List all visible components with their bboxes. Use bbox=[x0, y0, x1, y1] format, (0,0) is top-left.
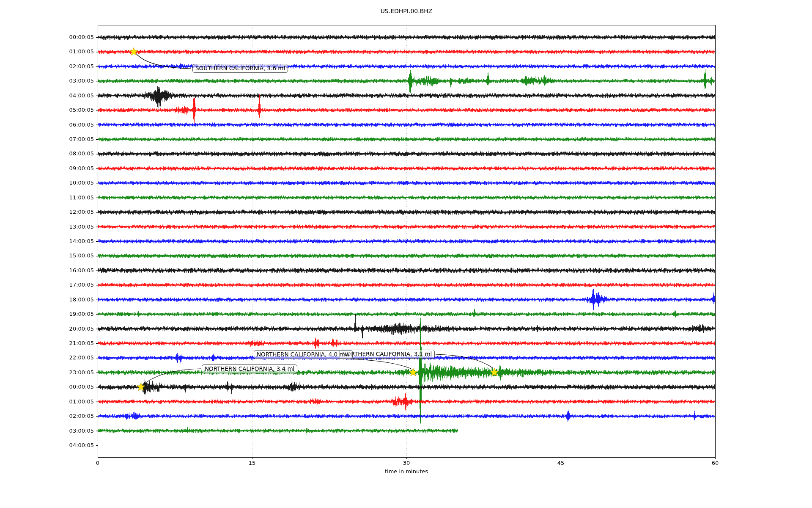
y-axis-label: 08:00:05 bbox=[0, 150, 94, 157]
x-axis-tick-label: 45 bbox=[548, 460, 573, 466]
helicorder-canvas bbox=[0, 0, 812, 508]
y-axis-label: 20:00:05 bbox=[0, 326, 94, 332]
y-axis-label: 19:00:05 bbox=[0, 311, 94, 318]
y-axis-label: 18:00:05 bbox=[0, 296, 94, 303]
figure-title: US.EDHPI.00.BHZ bbox=[98, 8, 715, 14]
x-axis-tick-label: 60 bbox=[702, 460, 728, 466]
x-axis-title: time in minutes bbox=[98, 468, 715, 475]
y-axis-label: 23:00:05 bbox=[0, 369, 94, 376]
x-axis-tick-label: 30 bbox=[394, 460, 419, 466]
event-annotation: NORTHERN CALIFORNIA, 3.1 ml bbox=[339, 350, 435, 359]
y-axis-label: 01:00:05 bbox=[0, 398, 94, 405]
y-axis-label: 11:00:05 bbox=[0, 194, 94, 201]
y-axis-label: 16:00:05 bbox=[0, 267, 94, 274]
seismogram-figure: US.EDHPI.00.BHZ 00:00:0501:00:0502:00:05… bbox=[0, 0, 812, 508]
y-axis-label: 09:00:05 bbox=[0, 165, 94, 172]
y-axis-label: 00:00:05 bbox=[0, 34, 94, 41]
y-axis-label: 17:00:05 bbox=[0, 282, 94, 288]
y-axis-label: 21:00:05 bbox=[0, 340, 94, 347]
y-axis-label: 13:00:05 bbox=[0, 224, 94, 230]
y-axis-label: 03:00:05 bbox=[0, 428, 94, 434]
y-axis-label: 02:00:05 bbox=[0, 63, 94, 70]
y-axis-label: 00:00:05 bbox=[0, 384, 94, 390]
y-axis-label: 06:00:05 bbox=[0, 121, 94, 128]
y-axis-label: 04:00:05 bbox=[0, 442, 94, 449]
event-annotation: NORTHERN CALIFORNIA, 4.0 mw bbox=[254, 350, 353, 359]
y-axis-label: 03:00:05 bbox=[0, 77, 94, 84]
y-axis-label: 01:00:05 bbox=[0, 48, 94, 55]
event-annotation: SOUTHERN CALIFORNIA, 3.6 ml bbox=[192, 64, 288, 73]
y-axis-label: 12:00:05 bbox=[0, 209, 94, 215]
y-axis-label: 04:00:05 bbox=[0, 92, 94, 99]
y-axis-label: 22:00:05 bbox=[0, 354, 94, 361]
event-annotation: NORTHERN CALIFORNIA, 3.4 ml bbox=[202, 364, 297, 373]
y-axis-label: 10:00:05 bbox=[0, 179, 94, 186]
y-axis-label: 07:00:05 bbox=[0, 136, 94, 143]
y-axis-label: 05:00:05 bbox=[0, 107, 94, 113]
x-axis-tick-label: 0 bbox=[85, 460, 110, 466]
y-axis-label: 02:00:05 bbox=[0, 413, 94, 420]
x-axis-tick-label: 15 bbox=[239, 460, 265, 466]
y-axis-label: 14:00:05 bbox=[0, 238, 94, 245]
y-axis-label: 15:00:05 bbox=[0, 252, 94, 259]
